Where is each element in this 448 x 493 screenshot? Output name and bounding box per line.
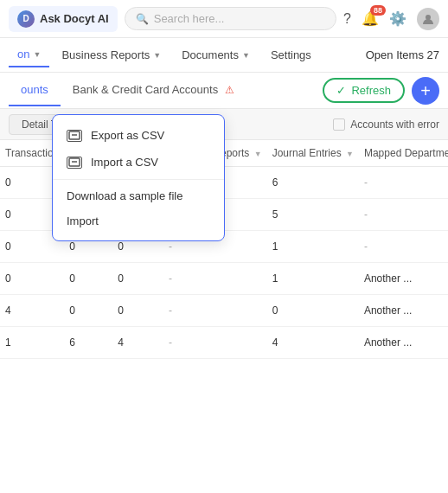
table-cell: - (163, 327, 267, 359)
table-cell: - (359, 231, 448, 263)
dropdown-item-download-sample[interactable]: Download a sample file (53, 183, 224, 208)
table-cell: 0 (267, 295, 359, 327)
table-cell: 0 (112, 263, 163, 295)
dropdown-item-export-csv-label: Export as CSV (91, 129, 164, 142)
nav-item-business-reports-label: Business Reports (61, 48, 150, 61)
refresh-label: Refresh (351, 84, 391, 97)
table-row: 000-1Another ...09/18/2019··· (0, 263, 448, 295)
gear-icon[interactable]: ⚙️ (389, 10, 406, 27)
import-csv-icon (67, 157, 82, 169)
table-row: 400-0Another ...09/18/2019··· (0, 295, 448, 327)
avatar[interactable] (417, 8, 439, 30)
col-header-mapped: Mapped Departments (359, 140, 448, 167)
tab-warning-icon: ⚠ (225, 84, 234, 96)
table-cell: 5 (267, 199, 359, 231)
table-cell: 4 (267, 327, 359, 359)
table-cell: 1 (267, 231, 359, 263)
table-cell: - (359, 199, 448, 231)
accounts-with-error-filter[interactable]: Accounts with error (333, 118, 439, 131)
nav-item-on-label: on (17, 48, 29, 61)
dropdown-item-import-csv[interactable]: Import a CSV (53, 149, 224, 176)
refresh-check-icon: ✓ (336, 84, 346, 97)
table-cell: 6 (267, 167, 359, 199)
table-cell: 0 (64, 295, 112, 327)
table-cell: 4 (112, 327, 163, 359)
bell-icon[interactable]: 🔔 88 (362, 10, 379, 27)
tab-bank-accounts[interactable]: Bank & Credit Card Accounts ⚠ (61, 74, 246, 106)
tab-accounts[interactable]: ounts (9, 74, 61, 106)
dropdown-menu: Export as CSV Import a CSV Download a sa… (52, 114, 225, 241)
dropdown-item-export-csv[interactable]: Export as CSV (53, 122, 224, 149)
refresh-button[interactable]: ✓ Refresh (323, 78, 405, 103)
logo-icon: D (17, 10, 35, 28)
table-cell: Another ... (359, 263, 448, 295)
table-cell: 0 (0, 263, 64, 295)
nav-item-on[interactable]: on ▼ (9, 42, 49, 67)
table-row: 164-4Another ...10/08/2020··· (0, 327, 448, 359)
table-cell: 1 (0, 327, 64, 359)
table-cell: - (359, 167, 448, 199)
nav-item-documents[interactable]: Documents ▼ (173, 43, 259, 67)
nav-item-settings[interactable]: Settings (262, 43, 320, 67)
nav-chevron-documents: ▼ (242, 51, 250, 60)
table-cell: Another ... (359, 295, 448, 327)
table-cell: Another ... (359, 327, 448, 359)
nav-open-items[interactable]: Open Items 27 (366, 48, 439, 61)
nav-item-business-reports[interactable]: Business Reports ▼ (53, 43, 170, 67)
table-cell: 6 (64, 327, 112, 359)
table-cell: 4 (0, 295, 64, 327)
table-cell: 0 (112, 295, 163, 327)
app-header: D Ask Docyt AI 🔍 Search here... ? 🔔 88 ⚙… (0, 0, 448, 38)
table-cell: - (163, 295, 267, 327)
journal-sort-icon: ▼ (346, 150, 354, 158)
table-cell: - (163, 263, 267, 295)
nav-chevron-on: ▼ (33, 50, 41, 59)
search-placeholder: Search here... (154, 12, 225, 25)
nav-item-documents-label: Documents (182, 48, 239, 61)
main-nav: on ▼ Business Reports ▼ Documents ▼ Sett… (0, 38, 448, 73)
search-icon: 🔍 (136, 13, 149, 25)
table-cell: 0 (64, 263, 112, 295)
header-icons: ? 🔔 88 ⚙️ (343, 8, 439, 30)
dropdown-item-import-csv-label: Import a CSV (91, 156, 158, 169)
export-csv-icon (67, 130, 82, 142)
revenue-sort-icon: ▼ (254, 150, 262, 158)
tab-actions: ✓ Refresh + (323, 77, 439, 105)
table-cell: 1 (267, 263, 359, 295)
accounts-with-error-checkbox[interactable] (333, 118, 345, 131)
nav-chevron-business: ▼ (153, 51, 161, 60)
dropdown-item-import[interactable]: Import (53, 208, 224, 234)
dropdown-divider (53, 179, 224, 180)
notification-badge: 88 (370, 5, 386, 16)
nav-item-settings-label: Settings (271, 48, 311, 61)
logo-badge[interactable]: D Ask Docyt AI (9, 6, 118, 32)
help-icon[interactable]: ? (343, 11, 351, 27)
tabs-row: ounts Bank & Credit Card Accounts ⚠ ✓ Re… (0, 73, 448, 109)
logo-text: Ask Docyt AI (40, 12, 109, 25)
search-bar[interactable]: 🔍 Search here... (125, 7, 336, 30)
col-header-journal[interactable]: Journal Entries ▼ (267, 140, 359, 167)
add-button[interactable]: + (412, 77, 439, 105)
